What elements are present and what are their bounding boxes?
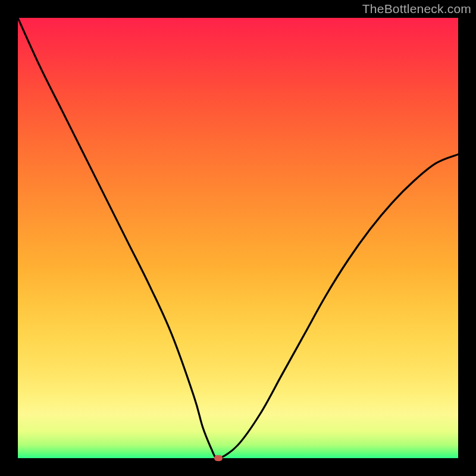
- plot-area: [18, 18, 458, 458]
- branding-watermark: TheBottleneck.com: [362, 2, 471, 16]
- optimal-point-marker: [214, 455, 223, 461]
- bottleneck-curve: [18, 18, 458, 458]
- chart-frame: TheBottleneck.com: [0, 0, 476, 476]
- curve-path: [18, 18, 458, 458]
